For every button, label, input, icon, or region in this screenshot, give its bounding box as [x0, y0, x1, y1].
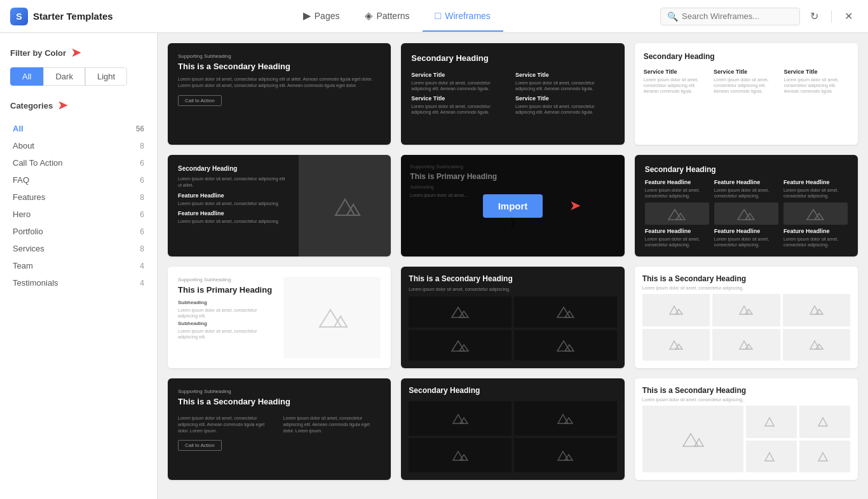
- svg-marker-28: [810, 341, 819, 349]
- category-hero[interactable]: Hero 6: [10, 206, 147, 223]
- pages-icon: ▶: [303, 10, 311, 22]
- cursor-icon: 〉: [511, 216, 515, 229]
- nav-patterns[interactable]: ◈ Patterns: [352, 1, 422, 32]
- top-nav: ▶ Pages ◈ Patterns □ Wireframes: [133, 1, 660, 32]
- mountain-icon: [764, 416, 778, 427]
- wireframes-icon: □: [435, 10, 442, 22]
- mountain-icon: [329, 193, 361, 218]
- category-call-to-action[interactable]: Call To Action 6: [10, 154, 147, 171]
- search-input[interactable]: [682, 11, 793, 21]
- app-logo[interactable]: S Starter Templates: [10, 8, 113, 25]
- svg-marker-42: [818, 418, 827, 426]
- template-card-2[interactable]: Secondary Heading Service Title Lorem ip…: [401, 43, 624, 145]
- app-title: Starter Templates: [33, 11, 113, 22]
- template-card-4[interactable]: Secondary Heading Lorem ipsum dolor sit …: [168, 155, 391, 256]
- mountain-icon: [452, 449, 468, 461]
- template-card-10[interactable]: Supporting Subheading This is a Secondar…: [168, 378, 391, 480]
- search-box[interactable]: 🔍: [660, 8, 800, 25]
- mountain-icon: [806, 207, 825, 221]
- template-card-9[interactable]: This is a Secondary Heading Lorem ipsum …: [635, 267, 858, 368]
- topbar-divider: [831, 10, 832, 23]
- mountain-icon: [764, 451, 778, 462]
- filter-buttons: All Dark Light: [10, 67, 147, 86]
- mountain-icon: [682, 431, 704, 448]
- svg-marker-34: [453, 451, 463, 460]
- svg-marker-32: [558, 415, 568, 423]
- category-testimonials[interactable]: Testimonials 4: [10, 274, 147, 291]
- template-card-12[interactable]: This is a Secondary Heading Lorem ipsum …: [635, 378, 858, 480]
- filter-arrow-icon: ➤: [71, 46, 81, 60]
- template-card-3[interactable]: Secondary Heading Service Title Lorem ip…: [635, 43, 858, 145]
- mountain-icon: [667, 207, 686, 221]
- mountain-icon: [452, 413, 468, 424]
- category-faq[interactable]: FAQ 6: [10, 171, 147, 189]
- mountain-icon: [556, 305, 575, 319]
- main-layout: Filter by Color ➤ All Dark Light Categor…: [0, 33, 868, 499]
- import-button-container: Import ➤ 〉: [483, 194, 543, 218]
- svg-marker-41: [765, 453, 774, 461]
- topbar: S Starter Templates ▶ Pages ◈ Patterns □…: [0, 0, 868, 33]
- category-features[interactable]: Features 8: [10, 189, 147, 206]
- filter-dark-button[interactable]: Dark: [43, 67, 85, 86]
- search-icon: 🔍: [667, 11, 678, 22]
- patterns-icon: ◈: [365, 10, 372, 22]
- category-list: All 56 About 8 Call To Action 6 FAQ 6 Fe…: [10, 120, 147, 291]
- filter-light-button[interactable]: Light: [85, 67, 127, 86]
- import-button[interactable]: Import: [483, 194, 543, 218]
- close-button[interactable]: ✕: [839, 8, 858, 25]
- logo-icon: S: [10, 8, 28, 25]
- nav-pages[interactable]: ▶ Pages: [290, 1, 353, 32]
- svg-marker-22: [810, 306, 819, 314]
- category-portfolio[interactable]: Portfolio 6: [10, 223, 147, 240]
- category-services[interactable]: Services 8: [10, 240, 147, 257]
- mountain-icon: [739, 340, 753, 350]
- nav-wireframes[interactable]: □ Wireframes: [423, 1, 503, 32]
- import-arrow-icon: ➤: [569, 197, 581, 214]
- template-card-8[interactable]: This is a Secondary Heading Lorem ipsum …: [401, 267, 624, 368]
- template-card-7[interactable]: Supporting Subheading This is Primary He…: [168, 267, 391, 368]
- svg-marker-26: [740, 341, 749, 349]
- template-card-11[interactable]: Secondary Heading: [401, 378, 624, 480]
- content-area: Supporting Subheading This is a Secondar…: [158, 33, 868, 499]
- category-about[interactable]: About 8: [10, 137, 147, 154]
- svg-marker-30: [453, 415, 463, 423]
- filter-label: Filter by Color: [10, 48, 66, 58]
- mountain-icon: [316, 305, 348, 330]
- categories-header: Categories ➤: [10, 98, 147, 112]
- filter-section: Filter by Color ➤ All Dark Light: [10, 46, 147, 86]
- mountain-icon: [739, 305, 753, 315]
- topbar-right: 🔍 ↻ ✕: [660, 8, 858, 25]
- mountain-icon: [736, 207, 756, 221]
- svg-marker-36: [558, 451, 568, 460]
- mountain-icon: [818, 416, 832, 427]
- templates-grid: Supporting Subheading This is a Secondar…: [168, 43, 858, 480]
- template-card-1[interactable]: Supporting Subheading This is a Secondar…: [168, 43, 391, 145]
- categories-label: Categories: [10, 101, 53, 110]
- import-overlay: Import ➤ 〉: [401, 155, 624, 256]
- sidebar: Filter by Color ➤ All Dark Light Categor…: [0, 33, 158, 499]
- svg-marker-8: [320, 310, 341, 327]
- mountain-icon: [557, 413, 573, 424]
- svg-marker-20: [740, 306, 749, 314]
- svg-marker-18: [670, 306, 679, 314]
- mountain-icon: [451, 305, 470, 319]
- mountain-icon: [451, 338, 470, 352]
- mountain-icon: [818, 451, 832, 462]
- refresh-button[interactable]: ↻: [805, 8, 824, 25]
- mountain-icon: [557, 449, 573, 461]
- mountain-icon: [669, 305, 683, 315]
- svg-marker-24: [670, 341, 679, 349]
- category-all[interactable]: All 56: [10, 120, 147, 137]
- filter-all-button[interactable]: All: [10, 67, 43, 86]
- mountain-icon: [810, 340, 824, 350]
- mountain-icon: [556, 338, 575, 352]
- categories-section: Categories ➤ All 56 About 8 Call To Acti…: [10, 98, 147, 291]
- mountain-icon: [669, 340, 683, 350]
- categories-arrow-icon: ➤: [58, 98, 67, 112]
- svg-marker-40: [765, 418, 774, 426]
- mountain-icon: [810, 305, 824, 315]
- template-card-5[interactable]: Supporting Subheading This is Primary He…: [401, 155, 624, 256]
- category-team[interactable]: Team 4: [10, 257, 147, 274]
- template-card-6[interactable]: Secondary Heading Feature Headline Lorem…: [635, 155, 858, 256]
- svg-marker-43: [818, 453, 827, 461]
